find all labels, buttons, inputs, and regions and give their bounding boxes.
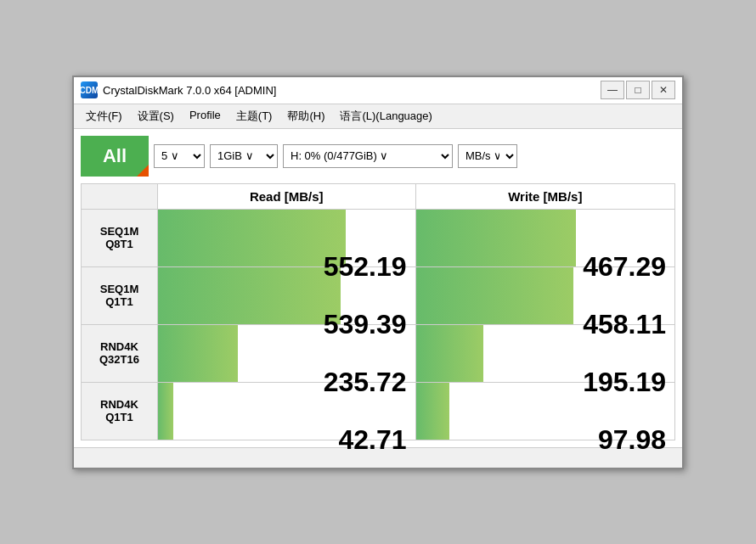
- write-value-1: 458.11: [416, 295, 674, 353]
- menu-item-t[interactable]: 主题(T): [229, 106, 279, 126]
- read-value-0: 552.19: [158, 238, 415, 295]
- write-value-0: 467.29: [416, 238, 674, 295]
- menu-item-profile[interactable]: Profile: [183, 106, 228, 126]
- read-value-3: 42.71: [158, 411, 415, 468]
- write-value-2: 195.19: [416, 353, 674, 411]
- maximize-button[interactable]: □: [626, 81, 650, 99]
- write-header: Write [MB/s]: [415, 183, 674, 209]
- minimize-button[interactable]: —: [601, 81, 624, 99]
- toolbar: All 5 ∨ 1GiB ∨ H: 0% (0/477GiB) ∨ MB/s ∨: [81, 136, 675, 177]
- app-window: CDM CrystalDiskMark 7.0.0 x64 [ADMIN] — …: [72, 76, 684, 469]
- count-select[interactable]: 5 ∨: [154, 144, 205, 168]
- size-select[interactable]: 1GiB ∨: [210, 144, 278, 168]
- row-label-3: RND4KQ1T1: [82, 382, 158, 440]
- row-label-2: RND4KQ32T16: [82, 324, 158, 382]
- read-cell-0: 552.19: [158, 209, 416, 266]
- menu-item-llanguage[interactable]: 语言(L)(Language): [333, 106, 438, 126]
- menu-item-s[interactable]: 设置(S): [131, 106, 181, 126]
- content-area: All 5 ∨ 1GiB ∨ H: 0% (0/477GiB) ∨ MB/s ∨…: [74, 129, 682, 447]
- app-icon: CDM: [81, 81, 98, 98]
- close-button[interactable]: ✕: [652, 81, 675, 99]
- write-cell-0: 467.29: [415, 209, 674, 266]
- row-label-0: SEQ1MQ8T1: [82, 209, 158, 266]
- menu-item-h[interactable]: 帮助(H): [280, 106, 331, 126]
- title-bar: CDM CrystalDiskMark 7.0.0 x64 [ADMIN] — …: [74, 77, 682, 104]
- empty-header: [82, 183, 158, 209]
- title-controls: — □ ✕: [601, 81, 675, 99]
- unit-select[interactable]: MB/s ∨: [458, 144, 517, 168]
- table-row: SEQ1MQ8T1 552.19 467.29: [82, 209, 675, 266]
- row-label-1: SEQ1MQ1T1: [82, 266, 158, 324]
- window-title: CrystalDiskMark 7.0.0 x64 [ADMIN]: [103, 84, 276, 97]
- all-button[interactable]: All: [81, 136, 149, 177]
- write-value-3: 97.98: [416, 411, 674, 468]
- read-value-1: 539.39: [158, 295, 415, 353]
- title-left: CDM CrystalDiskMark 7.0.0 x64 [ADMIN]: [81, 81, 276, 98]
- drive-select[interactable]: H: 0% (0/477GiB) ∨: [283, 144, 453, 168]
- read-value-2: 235.72: [158, 353, 415, 411]
- read-header: Read [MB/s]: [158, 183, 416, 209]
- benchmark-table: Read [MB/s] Write [MB/s] SEQ1MQ8T1 552.1…: [81, 183, 675, 440]
- menu-bar: 文件(F)设置(S)Profile主题(T)帮助(H)语言(L)(Languag…: [74, 104, 682, 129]
- menu-item-f[interactable]: 文件(F): [79, 106, 129, 126]
